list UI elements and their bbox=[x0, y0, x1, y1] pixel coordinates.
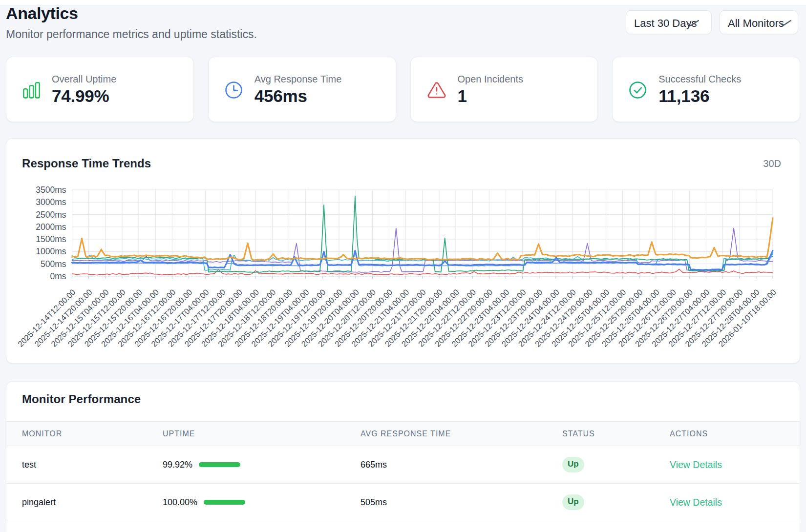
svg-text:1500ms: 1500ms bbox=[36, 234, 66, 244]
svg-text:2000ms: 2000ms bbox=[36, 222, 66, 232]
svg-text:3000ms: 3000ms bbox=[36, 197, 66, 207]
svg-text:2500ms: 2500ms bbox=[36, 210, 66, 220]
svg-text:1000ms: 1000ms bbox=[36, 246, 66, 256]
svg-text:3500ms: 3500ms bbox=[36, 185, 66, 195]
svg-text:0ms: 0ms bbox=[50, 271, 66, 281]
svg-text:500ms: 500ms bbox=[41, 259, 66, 269]
